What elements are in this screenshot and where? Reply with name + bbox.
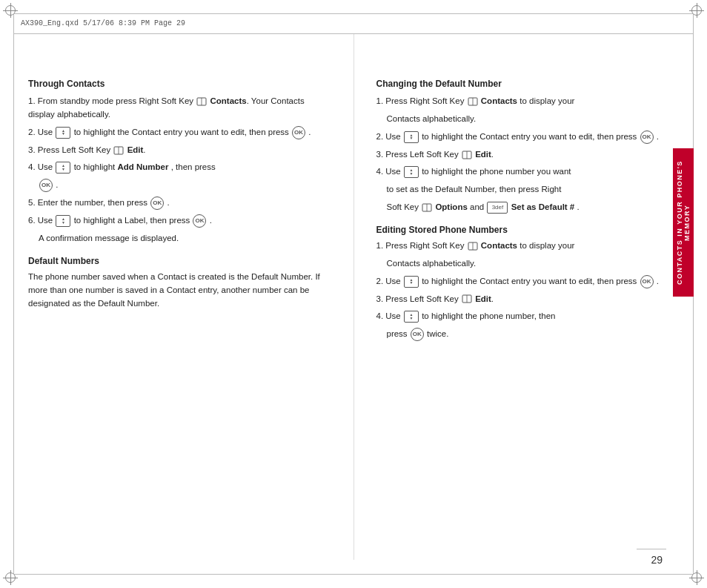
right-column: Changing the Default Number 1. Press Rig…: [354, 34, 680, 560]
softkey-icon-r1: [468, 96, 478, 107]
changing-title: Changing the Default Number: [376, 79, 680, 89]
sidebar-tab: CONTACTS IN YOUR PHONE'S MEMORY: [673, 148, 694, 297]
default-numbers-text: The phone number saved when a Contact is…: [28, 271, 331, 310]
step-5-text: 5. Enter the number, then press: [28, 198, 150, 207]
step-4-c: , then press: [171, 162, 216, 171]
step-2-after: .: [308, 128, 311, 136]
confirmation-note: A confirmation message is displayed.: [28, 232, 331, 245]
right-step-4b: to set as the Default Number, then press…: [376, 183, 680, 196]
edit-s1-c: Contacts alphabetically.: [387, 259, 477, 268]
main-content: Through Contacts 1. From standby mode pr…: [28, 34, 679, 560]
step-4-bold: Add Number: [117, 162, 168, 171]
right-s1-b: to display your: [520, 96, 574, 105]
edit-step-4: 4. Use to highlight the phone number, th…: [376, 310, 680, 323]
step-4-a: 4. Use: [28, 162, 55, 171]
edit-s1-bold: Contacts: [481, 241, 517, 250]
left-step-1: 1. From standby mode press Right Soft Ke…: [28, 95, 331, 122]
left-step-3: 3. Press Left Soft Key Edit.: [28, 144, 331, 157]
right-s4-b: to highlight the phone number you want: [422, 167, 571, 176]
step-3-period: .: [143, 145, 145, 154]
edit-s3-period: .: [491, 294, 494, 303]
page-divider: [637, 549, 666, 549]
softkey-icon-1: [196, 96, 207, 107]
right-step-4: 4. Use to highlight the phone number you…: [376, 165, 680, 179]
edit-step-1: 1. Press Right Soft Key Contacts to disp…: [376, 240, 680, 253]
softkey-icon-3: [113, 145, 124, 156]
right-s3-bold: Edit: [475, 150, 491, 159]
ok-btn-4: OK: [39, 179, 53, 192]
right-s4-d: Soft Key: [387, 202, 422, 211]
step-5-after: .: [167, 198, 170, 207]
right-s2-a: 2. Use: [376, 132, 403, 141]
edit-s2-b: to highlight the Contact entry you want …: [422, 277, 639, 285]
nav-icon-e2: [404, 276, 419, 288]
edit-s3-bold: Edit: [475, 294, 491, 303]
edit-step-3: 3. Press Left Soft Key Edit.: [376, 293, 680, 306]
left-step-4b: OK .: [28, 179, 331, 192]
right-s2-after: .: [657, 132, 659, 141]
sidebar-tab-label: CONTACTS IN YOUR PHONE'S MEMORY: [676, 148, 691, 297]
right-step-3: 3. Press Left Soft Key Edit.: [376, 148, 680, 162]
left-column: Through Contacts 1. From standby mode pr…: [28, 34, 354, 560]
ok-btn-r2: OK: [640, 131, 654, 144]
step-2-num: 2. Use: [28, 128, 55, 136]
right-s4-and: and: [470, 202, 486, 211]
header-file-info: AX390_Eng.qxd 5/17/06 8:39 PM Page 29: [21, 19, 185, 27]
right-s4-c: to set as the Default Number, then press…: [387, 185, 562, 194]
through-contacts-title: Through Contacts: [28, 79, 331, 89]
right-s4-period: .: [577, 202, 579, 211]
edit-s1-b: to display your: [520, 241, 574, 250]
right-s1-bold: Contacts: [481, 96, 517, 105]
step-6-after: .: [210, 216, 212, 225]
softkey-icon-r4: [422, 202, 432, 213]
header-bar: AX390_Eng.qxd 5/17/06 8:39 PM Page 29: [13, 13, 694, 34]
right-s1-c: Contacts alphabetically.: [387, 114, 477, 123]
softkey-icon-e3: [462, 294, 472, 304]
left-step-6: 6. Use to highlight a Label, then press …: [28, 214, 331, 228]
step-2-mid: to highlight the Contact entry you want …: [74, 128, 291, 136]
edit-s4-c: press: [387, 329, 410, 338]
ok-btn-6: OK: [193, 214, 206, 228]
page-number: 29: [651, 554, 663, 566]
nav-icon-e4: [404, 311, 419, 323]
edit-step-1b: Contacts alphabetically.: [376, 257, 680, 271]
ok-btn-5: OK: [150, 196, 164, 210]
right-s1-a: 1. Press Right Soft Key: [376, 96, 467, 105]
ok-btn-2: OK: [292, 126, 305, 139]
right-s3-period: .: [491, 150, 494, 159]
step-1-bold: Contacts: [210, 96, 246, 105]
left-step-2: 2. Use to highlight the Contact entry yo…: [28, 126, 331, 139]
right-step-1: 1. Press Right Soft Key Contacts to disp…: [376, 95, 680, 108]
editing-title: Editing Stored Phone Numbers: [376, 225, 680, 235]
edit-step-4b: press OK twice.: [376, 328, 680, 341]
left-step-4: 4. Use to highlight Add Number , then pr…: [28, 161, 331, 174]
right-s4-a: 4. Use: [376, 167, 403, 176]
step-4-b: to highlight: [74, 162, 118, 171]
edit-s4-b: to highlight the phone number, then: [422, 311, 555, 320]
step-3-bold: Edit: [127, 145, 144, 154]
right-step-1b: Contacts alphabetically.: [376, 113, 680, 126]
right-s4-options: Options: [435, 202, 467, 211]
softkey-icon-e1: [468, 241, 478, 251]
step-6-a: 6. Use: [28, 216, 55, 225]
edit-s1-a: 1. Press Right Soft Key: [376, 241, 467, 250]
edit-step-2: 2. Use to highlight the Contact entry yo…: [376, 275, 680, 288]
step-4-period: .: [56, 180, 58, 189]
right-s4-set: Set as Default #: [511, 202, 575, 211]
edit-s2-a: 2. Use: [376, 277, 403, 285]
right-step-4c: Soft Key Options and 3def Set as Default…: [376, 201, 680, 214]
step-1-num: 1. From standby mode press Right Soft Ke…: [28, 96, 196, 105]
edit-s4-d: twice.: [427, 329, 448, 338]
nav-icon-r2: [404, 131, 419, 143]
edit-s4-a: 4. Use: [376, 311, 403, 320]
nav-icon-4: [56, 162, 70, 174]
nav-icon-r4: [404, 166, 419, 178]
edit-s3-text: 3. Press Left Soft Key: [376, 294, 461, 303]
key-3def: 3def: [487, 202, 508, 214]
edit-s2-after: .: [657, 277, 659, 285]
right-step-2: 2. Use to highlight the Contact entry yo…: [376, 131, 680, 144]
nav-icon-6: [56, 215, 70, 227]
right-s2-b: to highlight the Contact entry you want …: [422, 132, 639, 141]
default-numbers-title: Default Numbers: [28, 256, 331, 266]
step-3-text: 3. Press Left Soft Key: [28, 145, 113, 154]
